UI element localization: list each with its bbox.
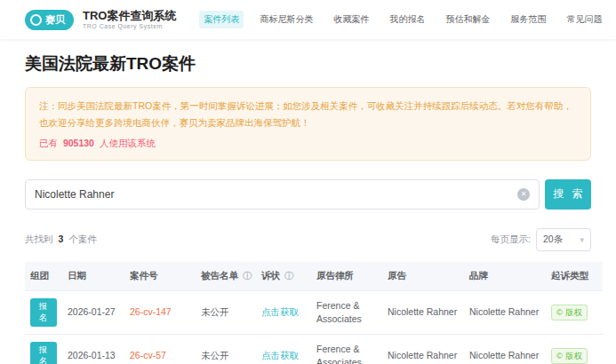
- page-title: 美国法院最新TRO案件: [25, 52, 591, 75]
- info-icon[interactable]: ⓘ: [243, 271, 252, 281]
- info-icon[interactable]: ⓘ: [284, 271, 293, 281]
- page-size-control: 每页显示: 20条 ▾: [491, 228, 591, 251]
- usage-prefix: 已有: [39, 138, 58, 148]
- search-box: ✕: [25, 179, 540, 210]
- page-size-label: 每页显示:: [491, 233, 531, 246]
- col-header-defendants-label: 被告名单: [201, 270, 238, 281]
- main-nav: 案件列表 商标尼斯分类 收藏案件 我的报名 预估和解金 服务范围 常见问题 关于…: [199, 11, 616, 28]
- brand-cell: Nicolette Rahner: [464, 334, 546, 364]
- defendants-cell: 未公开: [196, 290, 256, 334]
- search-bar: ✕ 搜 索: [25, 179, 591, 210]
- case-type-badge[interactable]: ©版权: [551, 305, 588, 320]
- notice-text: 注：同步美国法院最新TRO案件，第一时间掌握诉讼进展；如您涉及相关案件，可收藏关…: [39, 98, 577, 131]
- col-header-type: 起诉类型: [546, 262, 603, 291]
- notice-box: 注：同步美国法院最新TRO案件，第一时间掌握诉讼进展；如您涉及相关案件，可收藏关…: [25, 87, 591, 161]
- law-firm-cell: Ference & Associates: [311, 290, 382, 334]
- col-header-case-no: 案件号: [124, 262, 196, 291]
- nav-item-settlement-estimate[interactable]: 预估和解金: [441, 11, 494, 28]
- logo[interactable]: 赛贝: [25, 10, 74, 30]
- search-button[interactable]: 搜 索: [545, 179, 591, 210]
- col-header-law-firm: 原告律所: [311, 262, 382, 291]
- case-number-link[interactable]: 26-cv-57: [130, 350, 166, 360]
- table-row: 报名 2026-01-13 26-cv-57 未公开 点击获取 Ference …: [25, 334, 603, 364]
- case-number-link[interactable]: 26-cv-147: [130, 306, 172, 317]
- col-header-complaint-label: 诉状: [261, 270, 280, 281]
- clear-icon[interactable]: ✕: [517, 188, 530, 201]
- case-date: 2026-01-27: [62, 290, 124, 334]
- page-content: 美国法院最新TRO案件 注：同步美国法院最新TRO案件，第一时间掌握诉讼进展；如…: [0, 52, 616, 364]
- brand-cell: Nicolette Rahner: [464, 290, 546, 334]
- case-date: 2026-01-13: [62, 334, 124, 364]
- page-size-select[interactable]: 20条 ▾: [536, 228, 591, 251]
- logo-text: 赛贝: [45, 13, 65, 27]
- results-bar: 共找到 3 个案件 每页显示: 20条 ▾: [25, 228, 591, 251]
- defendants-cell: 未公开: [196, 334, 256, 364]
- app-title-block: TRO案件查询系统 TRO Case Query System: [83, 10, 176, 30]
- case-type-badge[interactable]: ©版权: [551, 348, 588, 364]
- usage-counter: 已有 905130 人使用该系统: [39, 138, 577, 150]
- plaintiff-cell: Nicolette Rahner: [382, 290, 464, 334]
- signup-button[interactable]: 报名: [30, 342, 57, 364]
- col-header-group: 组团: [25, 262, 62, 291]
- law-firm-cell: Ference & Associates: [311, 334, 382, 364]
- col-header-defendants: 被告名单 ⓘ: [196, 262, 256, 291]
- chevron-down-icon: ▾: [580, 235, 584, 244]
- table-header-row: 组团 日期 案件号 被告名单 ⓘ 诉状 ⓘ 原告律所 原告 品牌 起诉类型: [25, 262, 603, 291]
- case-type-label: 版权: [565, 306, 582, 319]
- plaintiff-cell: Nicolette Rahner: [382, 334, 464, 364]
- logo-icon: [30, 14, 42, 26]
- nav-item-case-list[interactable]: 案件列表: [199, 11, 244, 28]
- app-title: TRO案件查询系统: [83, 10, 176, 22]
- cases-table: 组团 日期 案件号 被告名单 ⓘ 诉状 ⓘ 原告律所 原告 品牌 起诉类型 报名: [25, 262, 603, 364]
- case-type-label: 版权: [565, 350, 582, 362]
- col-header-brand: 品牌: [464, 262, 546, 291]
- copyright-icon: ©: [556, 306, 563, 319]
- nav-item-faq[interactable]: 常见问题: [562, 11, 606, 28]
- complaint-link[interactable]: 点击获取: [261, 306, 299, 317]
- page-size-value: 20条: [543, 233, 563, 246]
- table-row: 报名 2026-01-27 26-cv-147 未公开 点击获取 Ference…: [25, 290, 603, 334]
- nav-item-services[interactable]: 服务范围: [506, 11, 550, 28]
- copyright-icon: ©: [556, 350, 563, 362]
- app-header: 赛贝 TRO案件查询系统 TRO Case Query System 案件列表 …: [0, 0, 616, 39]
- nav-item-favorites[interactable]: 收藏案件: [329, 11, 373, 28]
- col-header-complaint: 诉状 ⓘ: [256, 262, 311, 291]
- results-summary: 共找到 3 个案件: [25, 233, 97, 246]
- app-subtitle: TRO Case Query System: [83, 22, 176, 30]
- nav-item-my-signups[interactable]: 我的报名: [385, 11, 429, 28]
- usage-suffix: 人使用该系统: [100, 138, 156, 148]
- col-header-date: 日期: [62, 262, 124, 291]
- results-count: 3: [58, 233, 63, 244]
- usage-count: 905130: [63, 138, 94, 148]
- results-summary-suffix: 个案件: [68, 233, 97, 244]
- nav-item-nice-classification[interactable]: 商标尼斯分类: [255, 11, 317, 28]
- col-header-plaintiff: 原告: [382, 262, 464, 291]
- complaint-link[interactable]: 点击获取: [261, 350, 299, 360]
- search-input[interactable]: [35, 188, 517, 201]
- results-summary-prefix: 共找到: [25, 233, 53, 244]
- signup-button[interactable]: 报名: [30, 298, 57, 327]
